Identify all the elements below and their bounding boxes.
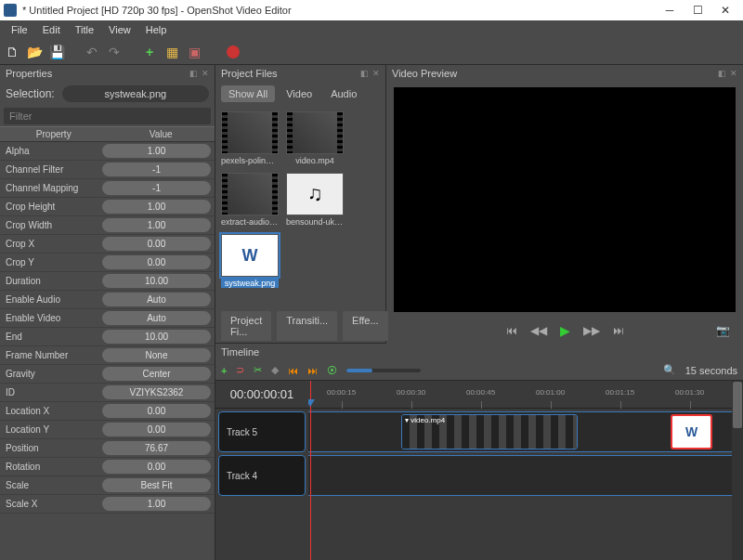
tab-transitions[interactable]: Transiti... [277,311,337,341]
playhead[interactable] [310,381,311,560]
file-item[interactable]: Wsystweak.png [221,234,279,288]
property-row[interactable]: Location X0.00 [0,402,215,421]
tab-show-all[interactable]: Show All [221,85,275,102]
open-project-icon[interactable]: 📂 [26,44,43,60]
rewind-icon[interactable]: ◀◀ [530,324,547,337]
timeline-clip[interactable]: W▾ syst... [671,414,712,449]
profile-icon[interactable]: ▦ [163,44,180,60]
undo-icon[interactable]: ↶ [84,44,100,60]
tab-effects[interactable]: Effe... [343,311,388,341]
snapshot-icon[interactable]: 📷 [716,324,730,337]
property-value[interactable]: VZIYKS2362 [102,385,211,399]
property-row[interactable]: Position76.67 [0,439,215,458]
file-item[interactable]: extract-audio-w... [221,173,279,227]
property-value[interactable]: 76.67 [102,441,211,455]
minimize-button[interactable]: ─ [656,0,684,20]
menu-title[interactable]: Title [68,22,101,37]
property-value[interactable]: Best Fit [102,478,211,492]
close-panel-icon[interactable]: ✕ [372,69,380,78]
track-label[interactable]: Track 5 [218,411,306,452]
property-value[interactable]: 1.00 [102,497,211,511]
property-value[interactable]: 10.00 [102,330,211,344]
property-row[interactable]: Crop Height1.00 [0,198,215,216]
property-row[interactable]: Crop Y0.00 [0,254,215,272]
jump-end-icon[interactable]: ⏭ [613,324,624,337]
zoom-slider[interactable] [346,369,421,372]
property-row[interactable]: Duration10.00 [0,272,215,291]
menu-view[interactable]: View [101,22,138,37]
fast-forward-icon[interactable]: ▶▶ [583,324,600,337]
property-row[interactable]: Alpha1.00 [0,142,215,161]
fullscreen-icon[interactable]: ▣ [186,44,202,60]
property-value[interactable]: 0.00 [102,460,211,474]
time-ruler[interactable]: 00:00:1500:00:3000:00:4500:01:0000:01:15… [308,381,732,409]
file-item[interactable]: video.mp4 [286,111,344,165]
undock-icon[interactable]: ◧ [360,69,369,78]
property-value[interactable]: Auto [102,293,211,306]
property-row[interactable]: ScaleBest Fit [0,476,215,495]
property-value[interactable]: -1 [102,181,211,195]
close-panel-icon[interactable]: ✕ [730,69,737,78]
zoom-duration-icon[interactable]: 🔍 [663,364,676,376]
prev-marker-icon[interactable]: ⏮ [288,365,298,376]
property-value[interactable]: 1.00 [102,144,211,158]
property-row[interactable]: Frame NumberNone [0,346,215,365]
property-row[interactable]: GravityCenter [0,365,215,384]
property-row[interactable]: Enable AudioAuto [0,291,215,309]
save-project-icon[interactable]: 💾 [48,44,65,60]
property-value[interactable]: 0.00 [102,404,211,418]
razor-icon[interactable]: ✂ [254,364,262,376]
snap-icon[interactable]: ⊃ [236,364,244,376]
file-item[interactable]: ♫bensound-ukul... [286,173,344,227]
center-playhead-icon[interactable]: ⦿ [327,365,337,376]
add-track-icon[interactable]: + [221,365,227,376]
menu-help[interactable]: Help [138,22,175,37]
new-project-icon[interactable]: 🗋 [4,44,20,60]
property-value[interactable]: Center [102,367,211,381]
property-row[interactable]: Scale X1.00 [0,495,215,514]
property-row[interactable]: Channel Mapping-1 [0,179,215,198]
property-row[interactable]: Enable VideoAuto [0,309,215,328]
property-row[interactable]: Crop X0.00 [0,235,215,254]
filter-input[interactable]: Filter [4,108,211,124]
undock-icon[interactable]: ◧ [718,69,726,78]
jump-start-icon[interactable]: ⏮ [506,324,517,337]
timeline-scrollbar[interactable] [732,381,743,560]
property-value[interactable]: -1 [102,163,211,176]
selection-dropdown[interactable]: systweak.png [62,85,209,102]
property-row[interactable]: IDVZIYKS2362 [0,384,215,402]
property-row[interactable]: End10.00 [0,328,215,346]
import-files-icon[interactable]: + [141,44,158,60]
track-label[interactable]: Track 4 [218,455,306,496]
property-row[interactable]: Location Y0.00 [0,421,215,439]
timeline-clip[interactable]: ▾ video.mp4 [401,414,578,449]
property-value[interactable]: 1.00 [102,200,211,214]
tab-audio[interactable]: Audio [323,85,364,102]
timeline-canvas[interactable]: 00:00:1500:00:3000:00:4500:01:0000:01:15… [308,381,732,560]
property-value[interactable]: 0.00 [102,255,211,269]
property-value[interactable]: 0.00 [102,423,211,436]
menu-edit[interactable]: Edit [35,22,68,37]
tab-video[interactable]: Video [279,85,319,102]
property-value[interactable]: 10.00 [102,274,211,288]
export-icon[interactable] [225,44,241,60]
track-row[interactable] [308,455,732,496]
close-panel-icon[interactable]: ✕ [202,69,209,78]
tab-project-files[interactable]: Project Fi... [221,311,271,341]
close-button[interactable]: ✕ [711,0,739,20]
file-item[interactable]: pexels-polina-ta... [221,111,279,165]
track-row[interactable]: ▾ video.mp4W▾ syst... [308,411,732,452]
property-row[interactable]: Channel Filter-1 [0,161,215,179]
property-value[interactable]: 0.00 [102,237,211,251]
preview-viewport[interactable] [394,87,736,312]
undock-icon[interactable]: ◧ [189,69,198,78]
next-marker-icon[interactable]: ⏭ [307,365,318,376]
play-icon[interactable]: ▶ [560,323,570,338]
property-row[interactable]: Rotation0.00 [0,458,215,476]
property-value[interactable]: None [102,348,211,362]
marker-icon[interactable]: ◆ [271,364,279,376]
property-value[interactable]: Auto [102,311,211,325]
property-row[interactable]: Crop Width1.00 [0,216,215,235]
maximize-button[interactable]: ☐ [684,0,711,20]
menu-file[interactable]: File [4,22,35,37]
